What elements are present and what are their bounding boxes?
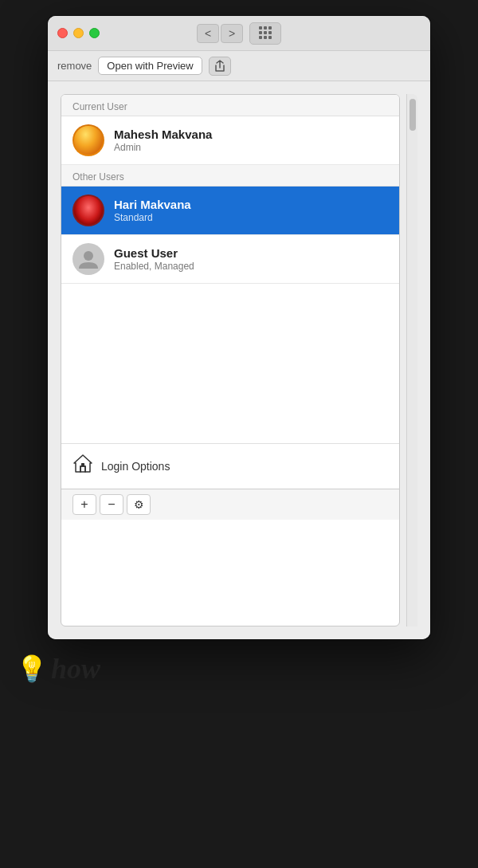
traffic-lights — [57, 28, 100, 38]
add-user-button[interactable]: + — [72, 494, 96, 515]
titlebar: < > — [48, 16, 430, 51]
user-role-mahesh: Admin — [114, 142, 212, 153]
user-item-hari[interactable]: Hari Makvana Standard — [61, 187, 399, 235]
avatar-guest — [72, 243, 104, 275]
titlebar-center: < > — [57, 22, 421, 45]
minimize-button[interactable] — [73, 28, 84, 38]
scrollbar-thumb[interactable] — [409, 99, 416, 131]
avatar-hari — [72, 194, 104, 226]
login-options-label: Login Options — [101, 460, 170, 473]
user-name-hari: Hari Makvana — [114, 198, 191, 211]
svg-point-0 — [84, 251, 93, 261]
content-area: Current User Mahesh Makvana Admin — [48, 81, 430, 639]
grid-view-button[interactable] — [249, 22, 281, 45]
current-user-header: Current User — [61, 95, 399, 116]
close-button[interactable] — [57, 28, 68, 38]
grid-icon — [259, 26, 272, 40]
share-icon — [214, 60, 225, 73]
forward-button[interactable]: > — [221, 24, 243, 43]
share-button[interactable] — [209, 57, 231, 76]
watermark: 💡 how — [0, 652, 100, 685]
back-button[interactable]: < — [197, 24, 219, 43]
house-icon — [72, 454, 93, 474]
scrollbar-track[interactable] — [406, 94, 417, 626]
user-role-hari: Standard — [114, 212, 191, 223]
how-text: how — [51, 652, 100, 685]
user-item-guest[interactable]: Guest User Enabled, Managed — [61, 235, 399, 284]
users-panel-row: Current User Mahesh Makvana Admin — [61, 94, 417, 626]
guest-avatar-icon — [77, 248, 100, 270]
user-name-guest: Guest User — [114, 246, 194, 260]
user-name-mahesh: Mahesh Makvana — [114, 128, 212, 141]
user-item-mahesh[interactable]: Mahesh Makvana Admin — [61, 116, 399, 165]
empty-space — [61, 284, 399, 443]
user-role-guest: Enabled, Managed — [114, 261, 194, 272]
avatar-mahesh — [72, 124, 104, 156]
settings-button[interactable]: ⚙ — [127, 494, 151, 515]
other-users-header: Other Users — [61, 165, 399, 187]
screenshot-wrapper: < > remove Open with Preview — [0, 16, 478, 685]
maximize-button[interactable] — [89, 28, 100, 38]
user-info-hari: Hari Makvana Standard — [114, 198, 191, 223]
bottom-toolbar: + − ⚙ — [61, 489, 399, 520]
user-info-mahesh: Mahesh Makvana Admin — [114, 128, 212, 153]
bulb-icon: 💡 — [16, 654, 48, 684]
toolbar: remove Open with Preview — [48, 51, 430, 81]
svg-rect-3 — [81, 463, 84, 466]
svg-rect-2 — [80, 466, 85, 472]
open-with-preview-button[interactable]: Open with Preview — [98, 57, 202, 75]
remove-label: remove — [57, 60, 92, 72]
login-options-row[interactable]: Login Options — [61, 443, 399, 489]
flower-orange-icon — [74, 126, 103, 155]
remove-user-button[interactable]: − — [100, 494, 123, 515]
window: < > remove Open with Preview — [48, 16, 430, 639]
login-options-icon — [72, 454, 93, 479]
nav-buttons: < > — [197, 24, 243, 43]
users-panel: Current User Mahesh Makvana Admin — [61, 94, 400, 626]
user-info-guest: Guest User Enabled, Managed — [114, 246, 194, 272]
users-container: Current User Mahesh Makvana Admin — [61, 94, 417, 626]
flower-red-icon — [74, 196, 103, 225]
